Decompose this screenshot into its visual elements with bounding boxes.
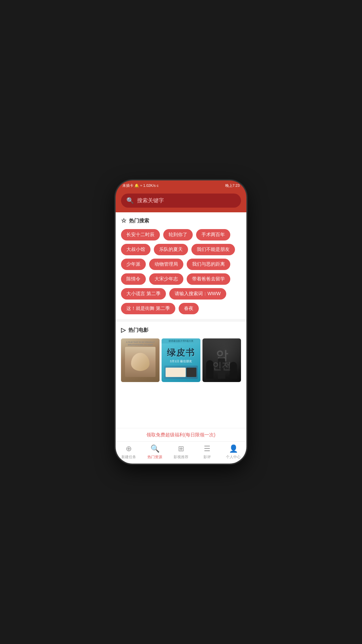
nav-item-movie-recommend[interactable]: ⊞ 影视推荐 — [168, 444, 194, 460]
movies-row: A FILM THAT IS SO VISUALLY BREATHTAKING … — [121, 338, 241, 382]
status-left: 未插卡 🔔 ≈ 1.02K/s c — [122, 183, 159, 188]
hot-resources-icon: 🔍 — [150, 444, 160, 453]
movie-recommend-icon: ⊞ — [178, 444, 184, 453]
hot-search-tag[interactable]: 乐队的夏天 — [154, 244, 188, 255]
hot-search-tag[interactable]: 大叔小馆 — [121, 244, 150, 255]
phone-shell: 未插卡 🔔 ≈ 1.02K/s c 晚上7:23 🔍 搜索关键字 ☆ 热门搜索 … — [116, 180, 246, 464]
hot-search-tag[interactable]: 这！就是街舞 第二季 — [121, 303, 175, 314]
promo-bar[interactable]: 领取免费超级福利(每日限领一次) — [116, 428, 246, 441]
hot-search-section: ☆ 热门搜索 长安十二时辰轮到你了手术两百年大叔小馆乐队的夏天我们不能是朋友少年… — [116, 212, 246, 319]
hot-search-tag[interactable]: 大小谎言 第二季 — [121, 288, 166, 300]
profile-icon: 👤 — [229, 444, 238, 453]
nav-item-hot-resources[interactable]: 🔍 热门资源 — [142, 444, 168, 460]
hot-search-tag[interactable]: 请输入搜索词：WWW — [169, 288, 226, 300]
play-icon: ▷ — [121, 326, 126, 334]
status-right: 晚上7:23 — [225, 183, 240, 188]
nav-item-movie-review[interactable]: ☰ 影评 — [194, 444, 220, 460]
hot-movies-title: ▷ 热门电影 — [121, 326, 241, 334]
hot-search-tag[interactable]: 动物管理局 — [149, 259, 183, 270]
movie-review-icon: ☰ — [204, 444, 210, 453]
movie-card-2[interactable]: 获得最佳影片等5项大奖 绿皮书 3月1日 最佳朋友 — [162, 338, 200, 382]
hot-search-tag[interactable]: 手术两百年 — [196, 229, 230, 240]
hot-search-tag[interactable]: 长安十二时辰 — [121, 229, 160, 240]
nav-label-hot-resources: 热门资源 — [147, 454, 162, 460]
hot-search-tag[interactable]: 大宋少年志 — [149, 273, 183, 285]
new-task-icon: ⊕ — [126, 444, 132, 453]
nav-label-profile: 个人中心 — [226, 454, 241, 460]
nav-item-profile[interactable]: 👤 个人中心 — [220, 444, 246, 460]
status-bar: 未插卡 🔔 ≈ 1.02K/s c 晚上7:23 — [116, 180, 246, 190]
hot-search-tag[interactable]: 春夜 — [179, 303, 199, 314]
promo-text: 领取免费超级福利(每日限领一次) — [146, 432, 215, 437]
hot-search-tag[interactable]: 我们不能是朋友 — [191, 244, 235, 255]
nav-item-new-task[interactable]: ⊕ 新建任务 — [116, 444, 142, 460]
hot-search-title: ☆ 热门搜索 — [121, 217, 241, 224]
hot-movies-label: 热门电影 — [128, 327, 148, 333]
star-icon: ☆ — [121, 217, 126, 224]
search-icon: 🔍 — [126, 197, 134, 204]
nav-label-movie-review: 影评 — [203, 454, 211, 460]
hot-search-tag[interactable]: 陈情令 — [121, 273, 146, 285]
search-header: 🔍 搜索关键字 — [116, 190, 246, 212]
hot-search-tag[interactable]: 我们与恶的距离 — [187, 259, 230, 270]
carrier-info: 未插卡 🔔 ≈ 1.02K/s c — [122, 183, 159, 188]
nav-label-movie-recommend: 影视推荐 — [174, 454, 188, 460]
search-box[interactable]: 🔍 搜索关键字 — [121, 194, 241, 208]
hot-search-tag[interactable]: 带着爸爸去留学 — [187, 273, 230, 285]
tags-container: 长安十二时辰轮到你了手术两百年大叔小馆乐队的夏天我们不能是朋友少年派动物管理局我… — [121, 229, 241, 314]
search-placeholder: 搜索关键字 — [137, 197, 164, 204]
hot-search-tag[interactable]: 轮到你了 — [163, 229, 193, 240]
time-display: 晚上7:23 — [225, 183, 240, 188]
hot-movies-section: ▷ 热门电影 A FILM THAT IS SO VISUALLY BREATH… — [116, 322, 246, 428]
movie-card-3[interactable]: 악 인전 — [202, 338, 241, 382]
nav-label-new-task: 新建任务 — [121, 454, 136, 460]
hot-search-tag[interactable]: 少年派 — [121, 259, 146, 270]
movie-card-1[interactable]: A FILM THAT IS SO VISUALLY BREATHTAKING … — [121, 338, 160, 382]
bottom-nav: ⊕ 新建任务 🔍 热门资源 ⊞ 影视推荐 ☰ 影评 👤 个人中心 — [116, 441, 246, 464]
hot-search-label: 热门搜索 — [129, 218, 149, 224]
main-content: ☆ 热门搜索 长安十二时辰轮到你了手术两百年大叔小馆乐队的夏天我们不能是朋友少年… — [116, 212, 246, 441]
